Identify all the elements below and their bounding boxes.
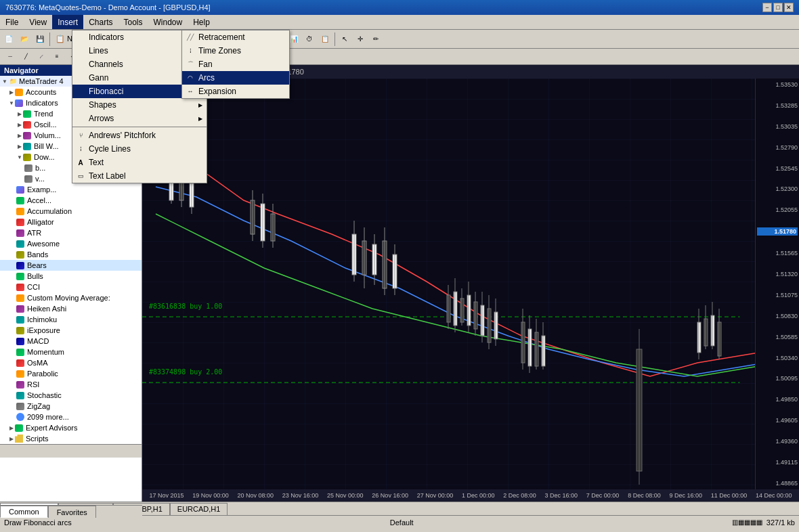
nav-accumulation[interactable]: Accumulation	[0, 206, 142, 217]
templates-btn[interactable]: 📋	[318, 32, 332, 47]
scripts-icon	[15, 434, 24, 443]
menu-insert-shapes[interactable]: Shapes	[72, 98, 207, 112]
tab-favorites[interactable]: Favorites	[48, 506, 96, 518]
expansion-icon: ↔	[185, 88, 196, 95]
nav-expert[interactable]: ▶ Expert Advisors	[0, 422, 142, 433]
macd-icon	[16, 336, 26, 346]
nav-bulls[interactable]: Bulls	[0, 271, 142, 282]
minimize-btn[interactable]: −	[762, 3, 772, 12]
nav-stochastic[interactable]: Stochastic	[0, 390, 142, 401]
nav-accel[interactable]: Accel...	[0, 195, 142, 206]
price-5: 1.52545	[757, 165, 798, 172]
menu-insert-arrows[interactable]: Arrows	[72, 112, 207, 125]
status-left: Draw Fibonacci arcs	[4, 518, 72, 527]
menu-insert-pitchfork[interactable]: ⑂ Andrews' Pitchfork	[72, 129, 207, 142]
v-icon	[24, 174, 34, 183]
nav-cci[interactable]: CCI	[0, 282, 142, 292]
draw-tool-4[interactable]: ≡	[49, 49, 64, 64]
fibonacci-submenu: ╱╱ Retracement ⫶ Time Zones ⌒ Fan ◠ Arcs…	[181, 30, 290, 99]
nav-osma[interactable]: OsMA	[0, 357, 142, 368]
nav-rsi[interactable]: RSI	[0, 379, 142, 390]
menu-insert-cyclelines[interactable]: ⫶ Cycle Lines	[72, 142, 207, 156]
menu-insert[interactable]: Insert	[52, 15, 83, 29]
chart-mode-icon: ▥▦▦▦▦	[732, 518, 762, 526]
nav-macd[interactable]: MACD	[0, 336, 142, 347]
menu-view[interactable]: View	[24, 15, 52, 29]
volum-icon	[23, 131, 33, 140]
new-chart-btn[interactable]: 📄	[1, 32, 16, 47]
open-btn[interactable]: 📂	[17, 32, 32, 47]
fib-expansion[interactable]: ↔ Expansion	[182, 85, 289, 98]
nav-momentum[interactable]: Momentum	[0, 347, 142, 357]
cursor-btn[interactable]: ↖	[337, 32, 352, 47]
nav-iexposure[interactable]: iExposure	[0, 325, 142, 336]
nav-examp[interactable]: Examp...	[0, 184, 142, 195]
bulls-icon	[16, 271, 26, 281]
chart-area[interactable]: GBPUSD,H4 1:51967 1:51978 1:51688 1:5178…	[142, 65, 799, 502]
menu-help[interactable]: Help	[188, 15, 215, 29]
draw-btn[interactable]: ✏	[368, 32, 383, 47]
nav-bands[interactable]: Bands	[0, 249, 142, 260]
crosshair-btn[interactable]: ✛	[353, 32, 368, 47]
menu-insert-textlabel[interactable]: ▭ Text Label	[72, 169, 207, 183]
nav-more[interactable]: 2099 more...	[0, 412, 142, 422]
ichimoku-icon	[16, 315, 26, 324]
fib-timezones[interactable]: ⫶ Time Zones	[182, 44, 289, 58]
nav-alligator[interactable]: Alligator	[0, 217, 142, 227]
osma-icon	[16, 358, 26, 368]
tab-common[interactable]: Common	[0, 506, 48, 518]
maximize-btn[interactable]: □	[773, 3, 783, 12]
nav-custom-ma[interactable]: Custom Moving Average:	[0, 292, 142, 303]
svg-rect-0	[142, 79, 799, 489]
nav-tabs: Common Favorites	[0, 505, 142, 518]
price-7: 1.52055	[757, 206, 798, 213]
b-icon	[24, 163, 34, 173]
nav-heiken[interactable]: Heiken Ashi	[0, 303, 142, 314]
timezones-icon: ⫶	[185, 47, 196, 54]
svg-text:#83616838 buy 1.00: #83616838 buy 1.00	[149, 303, 222, 310]
nav-bears[interactable]: Bears	[0, 260, 142, 271]
price-9: 1.51565	[757, 250, 798, 257]
nav-awesome[interactable]: Awesome	[0, 238, 142, 249]
draw-tool-2[interactable]: ╱	[18, 49, 33, 64]
price-6: 1.52300	[757, 185, 798, 192]
menu-insert-text[interactable]: A Text	[72, 156, 207, 169]
atr-icon	[16, 228, 26, 238]
awesome-icon	[16, 239, 26, 248]
globe-icon	[16, 412, 26, 422]
tab-favorites-label: Favorites	[57, 508, 87, 516]
expert-icon	[15, 423, 24, 433]
nav-ichimoku[interactable]: Ichimoku	[0, 314, 142, 325]
pitchfork-icon: ⑂	[75, 132, 86, 139]
draw-tool-1[interactable]: ─	[3, 49, 18, 64]
menu-file[interactable]: File	[0, 15, 24, 29]
period-btn[interactable]: ⏱	[302, 32, 317, 47]
time-scale: 17 Nov 2015 19 Nov 00:00 20 Nov 08:00 23…	[142, 489, 799, 502]
rsi-icon	[16, 380, 26, 389]
examp-icon	[16, 185, 26, 194]
draw-tool-3[interactable]: ⟋	[34, 49, 49, 64]
alligator-icon	[16, 217, 26, 227]
accel-icon	[16, 196, 26, 205]
current-price: 1.51780	[757, 227, 798, 236]
nav-parabolic[interactable]: Parabolic	[0, 368, 142, 379]
chart-tab-eurcad[interactable]: EURCAD,H1	[170, 503, 228, 515]
nav-zigzag[interactable]: ZigZag	[0, 401, 142, 412]
fib-fan[interactable]: ⌒ Fan	[182, 58, 289, 71]
nav-scripts[interactable]: ▶ Scripts	[0, 433, 142, 444]
toolbar-btn-3[interactable]: 💾	[33, 32, 47, 47]
price-11: 1.51075	[757, 292, 798, 298]
nav-atr[interactable]: ATR	[0, 227, 142, 238]
menu-charts[interactable]: Charts	[83, 15, 118, 29]
fib-arcs[interactable]: ◠ Arcs	[182, 71, 289, 85]
fib-retracement[interactable]: ╱╱ Retracement	[182, 30, 289, 44]
menu-tools[interactable]: Tools	[118, 15, 148, 29]
accumulation-icon	[16, 206, 26, 216]
price-18: 1.49360	[757, 438, 798, 445]
close-btn[interactable]: ✕	[784, 3, 794, 12]
menu-window[interactable]: Window	[148, 15, 188, 29]
bands-icon	[16, 250, 26, 259]
bears-icon	[16, 261, 26, 270]
status-right: 327/1 kb	[766, 518, 795, 527]
price-4: 1.52790	[757, 144, 798, 151]
